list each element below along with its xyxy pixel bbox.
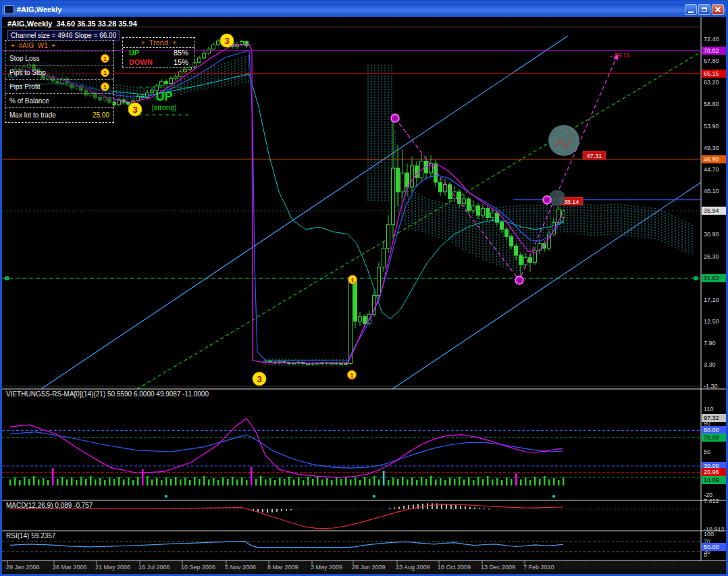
time-axis-label: 7 Feb 2010 — [523, 564, 554, 571]
time-axis-label: 28 Jun 2009 — [352, 564, 386, 571]
scale-price-badge: 50.00 — [702, 543, 726, 551]
scale-tick: 26.30 — [704, 253, 719, 260]
minimize-button[interactable] — [685, 4, 697, 15]
scale-price-badge: 70.02 — [702, 47, 726, 55]
signal-1-icon: 1 — [101, 82, 109, 91]
trend-up-label: UP — [129, 49, 139, 57]
trend-up-value: 85% — [174, 49, 188, 57]
trend-down-value: 15% — [174, 58, 188, 66]
time-axis-label: 18 Oct 2009 — [438, 564, 471, 571]
trend-panel: + Trend + UP 85% DOWN 15% — [122, 37, 195, 68]
indicator1-label: VIETHUNGSS-RS-MA[0](14)(21) 50.5590 6.00… — [6, 390, 209, 398]
info-panel-row-label: Pips Profit — [9, 83, 41, 90]
info-panel-title: + #AIG W1 + — [5, 41, 113, 51]
scale-tick: 3.30 — [704, 361, 716, 368]
scale-tick: 58.60 — [704, 101, 719, 107]
signal-dashes-bottom: = = = = = = = = — [129, 112, 199, 118]
indicator1-pane — [2, 419, 700, 498]
info-panel-row-value: 25.00 — [93, 111, 109, 119]
info-panel-row: % of Balance — [5, 94, 113, 108]
scale-tick: 100 — [704, 531, 714, 538]
scale-price-badge: 65.15 — [702, 70, 726, 78]
time-axis-label: 8 Mar 2009 — [267, 564, 298, 571]
svg-text:3: 3 — [224, 36, 229, 46]
scale-tick: 110 — [704, 406, 713, 413]
trend-down-label: DOWN — [129, 58, 153, 66]
minimize-icon — [688, 11, 694, 13]
time-axis-label: 16 Jul 2006 — [138, 564, 170, 571]
info-panel-row: Max lot to trade25.00 — [5, 108, 113, 122]
svg-text:1: 1 — [350, 372, 353, 379]
signal-1-icon: 1 — [101, 68, 109, 77]
scale-tick: 63.20 — [704, 79, 719, 86]
svg-text:1: 1 — [350, 277, 354, 284]
time-axis-label: 21 May 2006 — [95, 564, 130, 571]
trend-down-row: DOWN 15% — [123, 57, 194, 67]
scale-price-badge: 14.09 — [702, 476, 726, 484]
channel-info: Channel size = 4946 Slope = 66.00 — [7, 30, 120, 41]
macd-pane — [2, 503, 700, 529]
chart-window: #AIG,Weekly ←59.1647.3138.1433311 #AIG,W… — [0, 0, 728, 576]
scale-tick: 72.40 — [704, 36, 719, 43]
info-panel-rows: Stop Loss1Pips to Stop1Pips Profit1% of … — [5, 51, 113, 122]
info-panel: + #AIG W1 + Stop Loss1Pips to Stop1Pips … — [5, 40, 114, 123]
chart-content: ←59.1647.3138.1433311 #AIG,Weekly 34.60 … — [2, 17, 726, 574]
scale-tick: 30.90 — [704, 231, 719, 238]
svg-text:47.31: 47.31 — [587, 153, 602, 159]
time-axis-label: 23 Aug 2009 — [396, 564, 430, 571]
title-bar[interactable]: #AIG,Weekly — [2, 2, 726, 17]
scale-price-badge: 20.96 — [702, 468, 726, 476]
signal-direction: UP — [129, 90, 199, 103]
info-panel-row-label: Max lot to trade — [9, 111, 56, 119]
scale-tick: 7.412 — [704, 498, 719, 504]
chart-app-icon — [4, 5, 14, 14]
scale-tick: 7.90 — [704, 340, 716, 346]
info-panel-row: Pips to Stop1 — [5, 66, 113, 80]
svg-text:←59.16: ←59.16 — [608, 52, 630, 59]
close-button[interactable] — [712, 4, 724, 15]
close-icon — [714, 6, 721, 13]
signal-block: = = = = = = = = UP [strong] = = = = = = … — [129, 84, 199, 118]
restore-button[interactable] — [698, 4, 710, 15]
scale-price-badge: 97.32 — [702, 414, 726, 422]
time-axis-label: 5 Nov 2006 — [225, 564, 256, 571]
signal-dashes-top: = = = = = = = = — [129, 84, 199, 90]
window-title: #AIG,Weekly — [17, 5, 61, 14]
scale-tick: 17.10 — [704, 296, 719, 303]
time-axis-label: 13 Dec 2009 — [481, 564, 515, 571]
trend-up-row: UP 85% — [123, 48, 194, 57]
time-axis-label: 3 May 2009 — [311, 564, 342, 571]
scale-price-badge: 70.00 — [702, 434, 726, 442]
trend-panel-title: + Trend + — [123, 38, 194, 48]
scale-tick: 12.50 — [704, 318, 719, 325]
rsi-label: RSI(14) 59.2357 — [6, 532, 55, 540]
scale-tick: 50 — [704, 448, 710, 455]
time-axis-label: 26 Mar 2006 — [53, 564, 87, 571]
scale-tick: 67.80 — [704, 57, 719, 64]
scale-tick: 40.10 — [704, 188, 719, 194]
info-panel-row-label: % of Balance — [9, 97, 49, 105]
info-panel-row: Pips Profit1 — [5, 80, 113, 94]
signal-1-icon: 1 — [101, 54, 109, 63]
time-axis-label: 29 Jan 2006 — [6, 564, 40, 571]
svg-text:3: 3 — [257, 374, 261, 384]
restore-icon — [702, 7, 707, 12]
rsi-pane — [2, 542, 700, 552]
macd-label: MACD(12,26,9) 0.089 -0.757 — [6, 502, 93, 509]
scale-tick: -1.30 — [704, 383, 718, 390]
scale-tick: 49.30 — [704, 145, 719, 151]
scale-tick: 0 — [704, 552, 707, 558]
info-panel-row-label: Pips to Stop — [9, 69, 46, 76]
info-panel-row-label: Stop Loss — [9, 55, 39, 62]
scale-price-badge: 46.90 — [702, 155, 726, 163]
time-axis-label: 10 Sep 2006 — [181, 564, 215, 571]
info-panel-row: Stop Loss1 — [5, 51, 113, 66]
scale-tick: 53.90 — [704, 123, 719, 130]
symbol-quote-line: #AIG,Weekly 34.60 36.35 33.28 35.94 — [7, 20, 137, 28]
scale-price-badge: 35.94 — [702, 207, 726, 215]
window-controls — [685, 4, 724, 15]
svg-text:38.14: 38.14 — [564, 199, 579, 205]
scale-tick: 44.70 — [704, 166, 719, 173]
scale-price-badge: 21.62 — [702, 274, 726, 282]
